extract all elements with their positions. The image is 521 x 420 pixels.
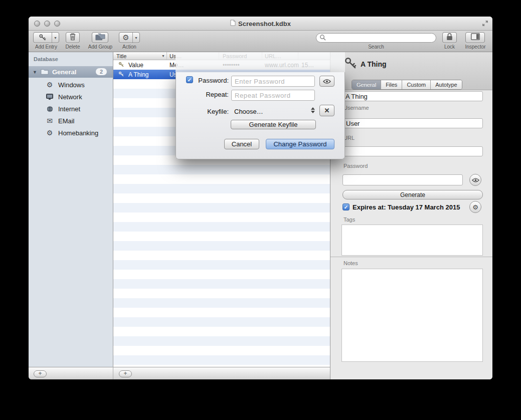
expires-settings-button[interactable]: ⚙ <box>469 201 481 213</box>
lock-icon <box>446 33 453 43</box>
close-icon: ✕ <box>324 107 330 114</box>
action-button[interactable]: ⚙ ▼ <box>119 32 140 43</box>
entry-title: A Thing <box>128 71 148 78</box>
empty-row <box>113 174 330 184</box>
tab-files[interactable]: Files <box>381 80 402 89</box>
inspector-entry-title: A Thing <box>361 60 387 68</box>
empty-row <box>113 165 330 174</box>
generate-password-button[interactable]: Generate <box>342 190 483 199</box>
document-icon <box>230 19 236 28</box>
checkmark-icon: ✓ <box>344 204 348 210</box>
sidebar-item-label: Windows <box>58 81 85 89</box>
tab-custom[interactable]: Custom <box>402 80 431 89</box>
inspector-header: A Thing General Files Custom Autotype <box>330 52 492 90</box>
column-header-title[interactable]: Title <box>116 53 126 59</box>
url-field[interactable] <box>342 146 483 156</box>
cancel-button[interactable]: Cancel <box>224 139 259 149</box>
sidebar: Database ▼ General 2 ⚙ Windows Network I… <box>29 52 113 367</box>
fullscreen-icon[interactable] <box>482 20 488 29</box>
expires-label: Expires at: Tuesday 17 March 2015 <box>353 203 460 211</box>
sidebar-item-label: Homebanking <box>58 129 98 137</box>
password-checkbox[interactable]: ✓ <box>186 76 193 83</box>
popup-stepper-icon[interactable] <box>310 106 315 114</box>
lock-label: Lock <box>435 44 464 50</box>
sidebar-item-network[interactable]: Network <box>29 91 113 103</box>
generate-keyfile-label: Generate Keyfile <box>249 121 298 128</box>
action-label: Action <box>119 44 140 50</box>
key-icon <box>118 71 124 79</box>
disclosure-triangle-icon[interactable]: ▼ <box>33 70 38 75</box>
change-password-button[interactable]: Change Password <box>266 139 334 149</box>
bottom-bar-divider <box>113 367 113 379</box>
title-field[interactable] <box>342 91 483 101</box>
sort-indicator-icon: ▼ <box>161 54 165 58</box>
dialog-repeat-input[interactable] <box>231 90 315 101</box>
checkmark-icon: ✓ <box>188 77 192 83</box>
add-group-plus-button[interactable]: + <box>34 370 47 377</box>
lock-button[interactable] <box>442 32 457 43</box>
sidebar-item-windows[interactable]: ⚙ Windows <box>29 79 113 91</box>
sidebar-item-internet[interactable]: Internet <box>29 103 113 115</box>
title-bar[interactable]: Screenshot.kdbx <box>29 17 492 31</box>
group-count-badge: 2 <box>96 68 107 75</box>
inspector-label: Inspector <box>463 44 488 50</box>
show-password-button[interactable] <box>469 174 481 186</box>
folders-icon <box>95 33 105 43</box>
sidebar-item-homebanking[interactable]: ⚙ Homebanking <box>29 127 113 139</box>
sidebar-group-label: General <box>52 68 76 76</box>
expires-checkbox[interactable]: ✓ <box>342 203 350 211</box>
inspector-button[interactable] <box>465 32 485 43</box>
gear-icon: ⚙ <box>119 33 132 43</box>
change-password-dialog: ✓ Password: Repeat: Keyfile: Choose… ✕ G… <box>176 52 345 159</box>
chevron-down-icon[interactable]: ▼ <box>52 33 59 43</box>
empty-row <box>113 355 330 365</box>
sidebar-group-general[interactable]: ▼ General 2 <box>29 66 113 78</box>
tags-box[interactable] <box>341 225 483 256</box>
column-divider <box>166 52 167 60</box>
delete-button[interactable] <box>66 32 80 43</box>
search-icon <box>319 34 326 43</box>
empty-row <box>113 213 330 222</box>
empty-row <box>113 298 330 308</box>
keyfile-popup[interactable]: Choose… <box>234 108 263 115</box>
empty-row <box>113 193 330 203</box>
search-label: Search <box>316 44 436 50</box>
toolbar: ▼ Add Entry Delete Add Group ⚙ ▼ Action … <box>29 31 492 52</box>
add-entry-button[interactable]: ▼ <box>33 32 59 43</box>
add-group-label: Add Group <box>86 44 114 50</box>
search-field[interactable] <box>316 33 436 43</box>
search-input[interactable] <box>328 34 433 42</box>
envelope-icon: ✉ <box>45 117 54 125</box>
empty-row <box>113 222 330 232</box>
password-field[interactable] <box>342 174 463 185</box>
sidebar-item-email[interactable]: ✉ EMail <box>29 115 113 127</box>
inspector-panel: A Thing General Files Custom Autotype Us… <box>330 52 492 379</box>
app-window: Screenshot.kdbx ▼ Add Entry Delete Add G… <box>29 17 492 379</box>
dialog-show-password-button[interactable] <box>319 76 334 87</box>
empty-row <box>113 279 330 289</box>
add-entry-plus-button[interactable]: + <box>119 370 132 377</box>
dialog-keyfile-label: Keyfile: <box>195 108 229 115</box>
window-title: Screenshot.kdbx <box>238 20 291 28</box>
notes-box[interactable] <box>341 269 483 362</box>
tab-autotype[interactable]: Autotype <box>431 80 461 89</box>
empty-row <box>113 289 330 298</box>
desktop: { "window": { "title": "Screenshot.kdbx"… <box>0 0 521 420</box>
tab-general[interactable]: General <box>352 80 381 89</box>
dialog-password-input[interactable] <box>231 76 315 87</box>
folder-icon <box>41 68 49 76</box>
change-password-label: Change Password <box>273 140 326 148</box>
sidebar-item-label: Network <box>58 93 82 101</box>
add-group-button[interactable] <box>92 32 108 43</box>
empty-row <box>113 327 330 336</box>
generate-keyfile-button[interactable]: Generate Keyfile <box>231 120 316 129</box>
generate-label: Generate <box>400 191 425 198</box>
url-label: URL <box>343 135 355 141</box>
chevron-down-icon[interactable]: ▼ <box>132 33 139 43</box>
monitor-icon <box>45 94 54 100</box>
empty-row <box>113 336 330 346</box>
eye-icon <box>472 176 479 184</box>
empty-row <box>113 270 330 279</box>
clear-keyfile-button[interactable]: ✕ <box>319 105 334 116</box>
username-field[interactable] <box>342 118 483 128</box>
